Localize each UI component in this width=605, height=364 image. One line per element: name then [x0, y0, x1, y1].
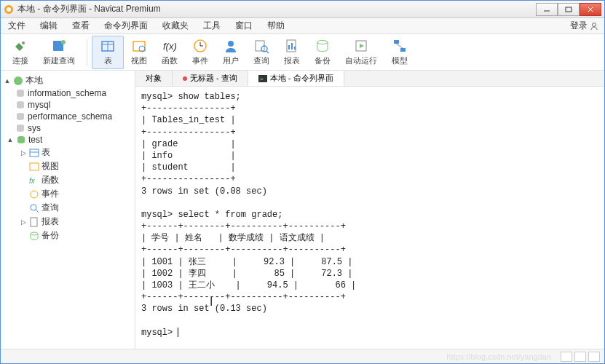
toolbar-query-button[interactable]: 新建查询 — [36, 36, 82, 69]
svg-rect-31 — [400, 48, 406, 52]
svg-text:>: > — [260, 76, 264, 82]
menu-fav[interactable]: 收藏夹 — [155, 20, 196, 32]
window-title: 本地 - 命令列界面 - Navicat Premium — [17, 3, 536, 15]
menu-window[interactable]: 窗口 — [228, 20, 260, 32]
svg-rect-30 — [394, 40, 399, 44]
clock-icon — [29, 189, 39, 199]
menu-cli[interactable]: 命令列界面 — [97, 20, 155, 32]
svg-line-22 — [266, 51, 269, 53]
tree-clock[interactable]: 事件 — [2, 187, 133, 201]
toolbar-search-button[interactable]: 查询 — [246, 36, 277, 69]
toolbar-clock-button[interactable]: 事件 — [185, 36, 215, 69]
fx-icon: f(x) — [162, 38, 178, 54]
toolbar-user-button[interactable]: 用户 — [215, 36, 246, 69]
tree-fx[interactable]: fx函数 — [2, 173, 133, 187]
svg-rect-9 — [61, 40, 66, 44]
tree-table[interactable]: ▷表 — [2, 146, 133, 159]
close-button[interactable] — [580, 3, 601, 16]
svg-rect-25 — [291, 43, 293, 50]
view-icon — [131, 38, 147, 54]
model-icon — [392, 38, 408, 54]
toolbar-auto-button[interactable]: 自动运行 — [338, 36, 384, 69]
tree-search[interactable]: 查询 — [2, 201, 133, 215]
table-icon — [29, 148, 39, 158]
user-icon — [223, 38, 239, 54]
db-node-performance_schema[interactable]: performance_schema — [2, 111, 133, 122]
connection-node[interactable]: ▲本地 — [2, 74, 133, 87]
maximize-button[interactable] — [558, 3, 580, 16]
sidebar-tree: ▲本地information_schemamysqlperformance_sc… — [1, 71, 135, 349]
svg-point-44 — [31, 205, 36, 210]
menu-tools[interactable]: 工具 — [196, 20, 228, 32]
toolbar-plug-button[interactable]: 连接 — [5, 36, 36, 69]
svg-point-1 — [7, 7, 11, 12]
auto-icon — [353, 38, 369, 54]
toolbar-model-button[interactable]: 模型 — [384, 36, 415, 69]
plug-icon — [12, 38, 28, 54]
table-icon — [100, 38, 116, 54]
toolbar-view-button[interactable]: 视图 — [124, 36, 154, 69]
toolbar-table-button[interactable]: 表 — [92, 36, 124, 69]
svg-point-19 — [228, 41, 234, 47]
unsaved-icon — [183, 76, 187, 81]
svg-point-33 — [14, 76, 23, 85]
menu-file[interactable]: 文件 — [1, 20, 33, 32]
watermark-text: https://blog.csdn.net/yangdan — [446, 352, 551, 361]
tab-bar: 对象 无标题 - 查询 >本地 - 命令列界面 — [135, 71, 604, 87]
search-icon — [253, 38, 269, 54]
toolbar-fx-button[interactable]: f(x)函数 — [154, 36, 185, 69]
mysql-console[interactable]: mysql> show tables; +----------------+ |… — [135, 87, 604, 349]
view-icon — [29, 162, 39, 172]
svg-point-43 — [31, 191, 38, 198]
svg-point-47 — [31, 232, 38, 235]
tab-objects[interactable]: 对象 — [135, 71, 173, 86]
cli-icon: > — [258, 75, 267, 82]
tab-cli[interactable]: >本地 - 命令列界面 — [248, 71, 344, 86]
status-bar: https://blog.csdn.net/yangdan — [1, 349, 604, 363]
status-btn-1[interactable] — [561, 352, 572, 362]
clock-icon — [192, 38, 208, 54]
toolbar-backup-button[interactable]: 备份 — [307, 36, 338, 69]
minimize-button[interactable] — [536, 3, 558, 16]
user-icon — [590, 22, 598, 31]
svg-point-7 — [22, 41, 25, 44]
svg-rect-39 — [30, 149, 39, 157]
svg-marker-29 — [360, 44, 364, 48]
menubar: 文件 编辑 查看 命令列界面 收藏夹 工具 窗口 帮助 登录 — [1, 18, 604, 34]
svg-rect-41 — [30, 163, 39, 170]
status-btn-2[interactable] — [574, 352, 586, 362]
tab-query[interactable]: 无标题 - 查询 — [173, 71, 248, 86]
backup-icon — [315, 38, 331, 54]
db-node-information_schema[interactable]: information_schema — [2, 87, 133, 99]
svg-rect-46 — [31, 218, 37, 226]
toolbar-report-button[interactable]: 报表 — [277, 36, 307, 69]
menu-view[interactable]: 查看 — [65, 20, 97, 32]
svg-text:fx: fx — [29, 177, 36, 185]
titlebar: 本地 - 命令列界面 - Navicat Premium — [1, 1, 604, 18]
report-icon — [284, 38, 300, 54]
toolbar: 连接新建查询表视图f(x)函数事件用户查询报表备份自动运行模型 — [1, 34, 604, 71]
db-node-mysql[interactable]: mysql — [2, 99, 133, 111]
tree-backup[interactable]: 备份 — [2, 229, 133, 242]
report-icon — [29, 217, 39, 227]
app-icon — [4, 4, 14, 15]
text-cursor-icon: I — [210, 296, 213, 309]
fx-icon: fx — [29, 175, 39, 186]
svg-rect-3 — [566, 7, 572, 12]
menu-edit[interactable]: 编辑 — [33, 20, 65, 32]
status-btn-3[interactable] — [588, 352, 600, 362]
svg-point-6 — [593, 23, 596, 26]
tree-view[interactable]: 视图 — [2, 159, 133, 173]
svg-rect-26 — [294, 47, 296, 50]
db-node-test[interactable]: ▲test — [2, 134, 133, 146]
tree-report[interactable]: ▷报表 — [2, 215, 133, 229]
svg-text:f(x): f(x) — [163, 41, 177, 52]
login-button[interactable]: 登录 — [564, 20, 604, 32]
menu-help[interactable]: 帮助 — [260, 20, 292, 32]
db-node-sys[interactable]: sys — [2, 122, 133, 134]
svg-line-32 — [396, 44, 403, 48]
svg-point-27 — [317, 41, 328, 44]
login-label: 登录 — [570, 20, 588, 32]
svg-rect-24 — [288, 45, 290, 50]
query-icon — [51, 38, 67, 54]
